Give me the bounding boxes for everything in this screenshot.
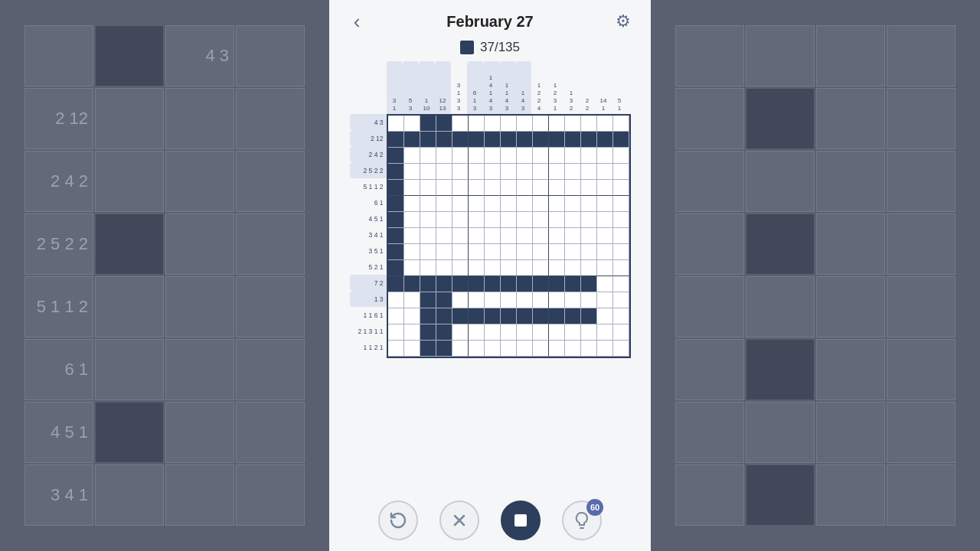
cell-9-10[interactable] (549, 260, 565, 276)
cell-2-7[interactable] (501, 148, 517, 164)
cell-11-5[interactable] (469, 292, 485, 308)
cell-13-13[interactable] (597, 324, 613, 341)
cell-14-6[interactable] (485, 341, 501, 357)
cell-10-10[interactable] (549, 276, 565, 292)
cell-7-5[interactable] (469, 228, 485, 244)
cell-10-6[interactable] (485, 276, 501, 292)
cell-5-9[interactable] (533, 196, 549, 212)
cell-4-14[interactable] (613, 180, 629, 196)
cell-3-0[interactable] (388, 164, 404, 180)
cell-12-5[interactable] (469, 308, 485, 324)
cell-1-13[interactable] (597, 132, 613, 148)
cell-8-12[interactable] (581, 244, 597, 260)
cell-4-11[interactable] (565, 180, 581, 196)
cell-1-14[interactable] (613, 132, 629, 148)
cell-11-3[interactable] (436, 292, 452, 308)
cell-3-6[interactable] (485, 164, 501, 180)
cell-2-1[interactable] (404, 148, 420, 164)
grid-cells[interactable] (387, 114, 631, 358)
cell-13-12[interactable] (581, 324, 597, 341)
cell-5-11[interactable] (565, 196, 581, 212)
cell-11-8[interactable] (517, 292, 533, 308)
cell-9-12[interactable] (581, 260, 597, 276)
cell-10-7[interactable] (501, 276, 517, 292)
cell-7-10[interactable] (549, 228, 565, 244)
cell-11-1[interactable] (404, 292, 420, 308)
cell-5-6[interactable] (485, 196, 501, 212)
cell-2-5[interactable] (469, 148, 485, 164)
cell-12-4[interactable] (452, 308, 469, 324)
cell-13-2[interactable] (420, 324, 436, 341)
cell-8-14[interactable] (613, 244, 629, 260)
cell-8-10[interactable] (549, 244, 565, 260)
cell-6-4[interactable] (452, 212, 469, 228)
cell-6-13[interactable] (597, 212, 613, 228)
cell-0-3[interactable] (436, 116, 452, 132)
cell-9-1[interactable] (404, 260, 420, 276)
cell-0-1[interactable] (404, 116, 420, 132)
cell-1-4[interactable] (452, 132, 469, 148)
cell-0-0[interactable] (388, 116, 404, 132)
cell-3-13[interactable] (597, 164, 613, 180)
cell-14-9[interactable] (533, 341, 549, 357)
cell-4-13[interactable] (597, 180, 613, 196)
cell-6-5[interactable] (469, 212, 485, 228)
cell-9-14[interactable] (613, 260, 629, 276)
cell-1-6[interactable] (485, 132, 501, 148)
cell-3-3[interactable] (436, 164, 452, 180)
cell-10-1[interactable] (404, 276, 420, 292)
cell-13-3[interactable] (436, 324, 452, 341)
cell-1-7[interactable] (501, 132, 517, 148)
cell-7-4[interactable] (452, 228, 469, 244)
cell-1-10[interactable] (549, 132, 565, 148)
cell-10-9[interactable] (533, 276, 549, 292)
cell-12-2[interactable] (420, 308, 436, 324)
cell-3-4[interactable] (452, 164, 469, 180)
cell-11-4[interactable] (452, 292, 469, 308)
cell-7-8[interactable] (517, 228, 533, 244)
cell-7-11[interactable] (565, 228, 581, 244)
cell-4-9[interactable] (533, 180, 549, 196)
cell-5-10[interactable] (549, 196, 565, 212)
cell-1-5[interactable] (469, 132, 485, 148)
cell-10-0[interactable] (388, 276, 404, 292)
cell-12-9[interactable] (533, 308, 549, 324)
cell-14-7[interactable] (501, 341, 517, 357)
cell-6-14[interactable] (613, 212, 629, 228)
cell-7-3[interactable] (436, 228, 452, 244)
cell-8-11[interactable] (565, 244, 581, 260)
cell-7-0[interactable] (388, 228, 404, 244)
cell-8-6[interactable] (485, 244, 501, 260)
cell-9-0[interactable] (388, 260, 404, 276)
cell-7-12[interactable] (581, 228, 597, 244)
cell-5-14[interactable] (613, 196, 629, 212)
cell-4-8[interactable] (517, 180, 533, 196)
cell-12-3[interactable] (436, 308, 452, 324)
cell-3-5[interactable] (469, 164, 485, 180)
cell-1-2[interactable] (420, 132, 436, 148)
cell-7-6[interactable] (485, 228, 501, 244)
cell-7-9[interactable] (533, 228, 549, 244)
cell-13-7[interactable] (501, 324, 517, 341)
fill-button[interactable] (501, 500, 541, 540)
cell-4-1[interactable] (404, 180, 420, 196)
cell-13-0[interactable] (388, 324, 404, 341)
cell-2-4[interactable] (452, 148, 469, 164)
cell-14-12[interactable] (581, 341, 597, 357)
cell-6-6[interactable] (485, 212, 501, 228)
cell-4-10[interactable] (549, 180, 565, 196)
cell-13-4[interactable] (452, 324, 469, 341)
cell-11-2[interactable] (420, 292, 436, 308)
cell-14-13[interactable] (597, 341, 613, 357)
cell-6-9[interactable] (533, 212, 549, 228)
cell-2-9[interactable] (533, 148, 549, 164)
cross-button[interactable] (439, 500, 479, 540)
cell-7-13[interactable] (597, 228, 613, 244)
cell-9-4[interactable] (452, 260, 469, 276)
cell-12-10[interactable] (549, 308, 565, 324)
cell-13-8[interactable] (517, 324, 533, 341)
cell-3-7[interactable] (501, 164, 517, 180)
cell-5-5[interactable] (469, 196, 485, 212)
cell-11-12[interactable] (581, 292, 597, 308)
cell-10-3[interactable] (436, 276, 452, 292)
